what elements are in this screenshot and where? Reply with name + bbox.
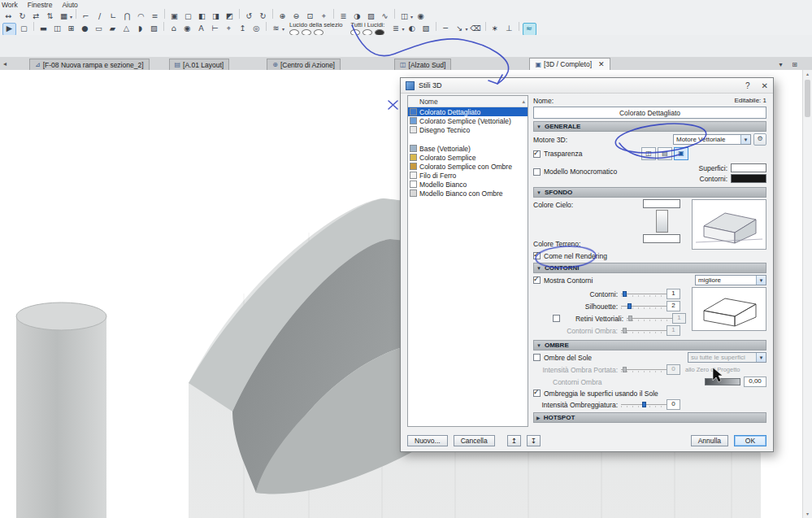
- contorni-ombra-gradient-slider[interactable]: [705, 378, 740, 385]
- adjust-icon[interactable]: ∟: [107, 11, 119, 22]
- arrow-tool-icon[interactable]: ▶: [2, 23, 16, 36]
- contorni-slider[interactable]: [621, 290, 667, 298]
- tab-3[interactable]: ⊕[Centro di Azione]: [267, 59, 341, 70]
- menu-item-work[interactable]: Work: [2, 1, 18, 9]
- column-tool-icon[interactable]: ●: [79, 23, 91, 34]
- lamp-tool-icon[interactable]: ◉: [181, 23, 193, 34]
- fill-type-icon[interactable]: ▨: [365, 11, 377, 22]
- close-button[interactable]: ✕: [762, 81, 768, 90]
- terreno-color-swatch[interactable]: [643, 234, 680, 243]
- sort-arrow-icon[interactable]: ▴: [522, 98, 525, 105]
- style-list-item[interactable]: Base (Vettoriale): [408, 144, 528, 153]
- ok-button[interactable]: OK: [734, 435, 766, 446]
- marquee-tool-icon[interactable]: ▢: [18, 23, 30, 34]
- bring-forward-icon[interactable]: ◧: [196, 11, 208, 22]
- vector-mode-button[interactable]: ▣: [674, 147, 688, 160]
- dimension-tool-icon[interactable]: ⊢: [209, 23, 221, 34]
- fill-pattern-icon[interactable]: ▧: [420, 23, 432, 34]
- list-header[interactable]: Nome ▴: [408, 96, 528, 107]
- style-list-item[interactable]: Modello Bianco con Ombre: [408, 189, 528, 198]
- ombre-del-sole-checkbox[interactable]: [533, 354, 541, 361]
- help-button[interactable]: ?: [745, 81, 750, 90]
- object-tool-icon[interactable]: ⌂: [167, 23, 180, 34]
- cielo-color-swatch[interactable]: [643, 199, 680, 208]
- superfici-color-swatch[interactable]: [731, 163, 766, 172]
- style-list-item[interactable]: Colorato Semplice (Vettoriale): [408, 116, 528, 125]
- retini-slider[interactable]: [627, 315, 672, 322]
- retini-vettoriali-checkbox[interactable]: [553, 315, 560, 322]
- mirror-icon[interactable]: ⇄: [30, 11, 42, 22]
- fit-in-window-icon[interactable]: ⊡: [304, 11, 316, 22]
- redo-icon[interactable]: ↻: [257, 11, 269, 22]
- dialog-title-bar[interactable]: Stili 3D ? ✕: [401, 78, 773, 94]
- style-name-input[interactable]: Colorato Dettagliato: [533, 107, 766, 119]
- cancella-button[interactable]: Cancella: [454, 435, 495, 446]
- gravity-icon[interactable]: ⊥: [503, 23, 515, 34]
- elevate-icon[interactable]: ⇅: [44, 11, 56, 22]
- magic-wand-icon[interactable]: ∗: [489, 23, 502, 34]
- 3d-view-icon[interactable]: ◫: [398, 11, 410, 22]
- offset-icon[interactable]: ≡: [149, 11, 161, 22]
- scrollbar-thumb[interactable]: [805, 80, 810, 117]
- pen-color-icon[interactable]: ◐: [406, 23, 419, 34]
- tab-5[interactable]: ▣[3D / Completo]✕: [529, 58, 610, 70]
- door-tool-icon[interactable]: ◫: [51, 23, 63, 34]
- tab-2[interactable]: ▤[A.01 Layout]: [169, 59, 230, 70]
- arrowhead-dropdown-arrow[interactable]: ▾: [466, 26, 468, 32]
- style-list-item[interactable]: Colorato Semplice con Ombre: [408, 162, 528, 171]
- layers-icon[interactable]: ≣: [337, 11, 350, 22]
- beam-tool-icon[interactable]: ▭: [93, 23, 105, 34]
- section-generale[interactable]: ▼ GENERALE: [533, 121, 766, 132]
- mostra-contorni-checkbox[interactable]: [533, 276, 541, 284]
- render-style-icon[interactable]: ≈: [523, 23, 536, 36]
- layer-settings-dropdown-arrow[interactable]: ▾: [402, 26, 404, 32]
- send-backward-icon[interactable]: ◨: [210, 11, 222, 22]
- arrowhead-icon[interactable]: ↘: [454, 23, 466, 34]
- ombreggia-checkbox[interactable]: [533, 390, 541, 397]
- tab-overflow-icon[interactable]: ▾: [775, 60, 786, 70]
- section-hotspot[interactable]: ▶ HOTSPOT: [533, 412, 766, 423]
- trim-icon[interactable]: ⌐: [80, 11, 92, 22]
- contorni-ombra-amount[interactable]: 0,00: [744, 377, 766, 387]
- tab-options-icon[interactable]: ⊞: [789, 60, 800, 70]
- sketch-mode-button[interactable]: ▤: [658, 147, 672, 160]
- line-type-icon[interactable]: ∿: [379, 11, 391, 22]
- come-nel-rendering-checkbox[interactable]: [533, 252, 541, 259]
- section-contorni[interactable]: ▼ CONTORNI: [533, 263, 766, 273]
- section-ombre[interactable]: ▼ OMBRE: [533, 340, 766, 350]
- shell-tool-icon[interactable]: ◗: [134, 23, 146, 34]
- zoom-in-icon[interactable]: ⊕: [276, 11, 289, 22]
- layer-settings-icon[interactable]: ≣: [389, 23, 402, 34]
- wall-tool-icon[interactable]: ▬: [37, 23, 50, 34]
- menu-item-finestre[interactable]: Finestre: [28, 1, 53, 9]
- move-icon[interactable]: ↔: [2, 11, 15, 22]
- quick-options-dropdown-arrow[interactable]: ▾: [282, 26, 284, 32]
- multiply-icon[interactable]: ▦: [58, 11, 70, 22]
- camera-tool-icon[interactable]: ◎: [250, 23, 263, 34]
- intensita-ombreggiatura-value[interactable]: 0: [667, 399, 680, 410]
- contorni-color-swatch[interactable]: [731, 174, 766, 183]
- tab-close-icon[interactable]: ✕: [598, 60, 605, 68]
- intensita-ombreggiatura-slider[interactable]: [621, 401, 667, 408]
- text-tool-icon[interactable]: A: [195, 23, 207, 34]
- engine-settings-button[interactable]: ⚙: [753, 133, 766, 146]
- quality-select[interactable]: migliore ▼: [695, 275, 766, 285]
- intersect-icon[interactable]: ⋂: [121, 11, 133, 22]
- nuovo-button[interactable]: Nuovo...: [407, 435, 448, 446]
- quick-options-icon[interactable]: ≋: [270, 23, 282, 34]
- 3d-view-dropdown-arrow[interactable]: ▾: [410, 14, 413, 20]
- scroll-up-icon[interactable]: ▴: [806, 70, 809, 78]
- pan-icon[interactable]: ⌖: [318, 11, 330, 22]
- undo-icon[interactable]: ↺: [243, 11, 255, 22]
- section-sfondo[interactable]: ▼ SFONDO: [533, 187, 766, 198]
- section-tool-icon[interactable]: ⌖: [223, 23, 235, 34]
- ungroup-icon[interactable]: ▢: [182, 11, 194, 22]
- eraser-icon[interactable]: ⌫: [470, 23, 482, 34]
- intensita-portata-slider[interactable]: [621, 366, 667, 373]
- tab-4[interactable]: ◫[Alzato Sud]: [394, 59, 451, 70]
- fillet-icon[interactable]: ◠: [135, 11, 147, 22]
- style-list-item[interactable]: Modello Bianco: [408, 180, 528, 189]
- scroll-down-icon[interactable]: ▾: [806, 510, 809, 518]
- trasparenza-checkbox[interactable]: [533, 150, 541, 158]
- silhouette-slider[interactable]: [621, 303, 667, 310]
